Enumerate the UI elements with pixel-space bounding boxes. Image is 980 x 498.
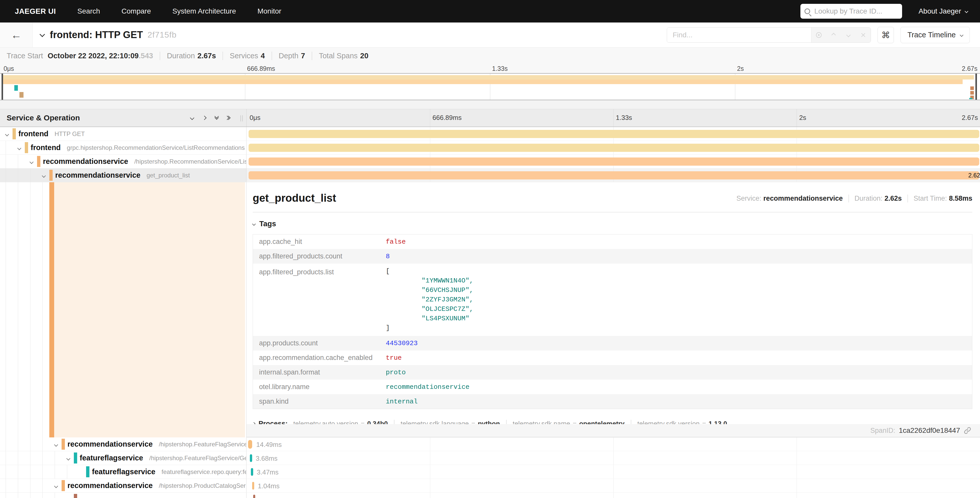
span-id-value: 1ca2262df0e18447 (899, 426, 960, 434)
detail-service: Service:recommendationservice (737, 195, 843, 203)
nav-item-compare[interactable]: Compare (122, 7, 151, 15)
nav-item-system-architecture[interactable]: System Architecture (172, 7, 236, 15)
span-timeline-cell[interactable]: 3.68ms (247, 451, 980, 465)
nav-item-search[interactable]: Search (77, 7, 100, 15)
find-prev-button[interactable] (826, 28, 841, 42)
find-next-button[interactable] (841, 28, 856, 42)
span-bar[interactable] (248, 158, 979, 166)
span-detail-panel: get_product_list Service:recommendations… (247, 182, 980, 437)
expand-all-button[interactable] (228, 117, 230, 120)
tag-row: app.recommendation.cache_enabled true (253, 351, 972, 365)
span-operation: HTTP GET (55, 130, 85, 137)
span-bar[interactable] (253, 495, 255, 498)
close-icon (861, 32, 866, 38)
span-bar[interactable] (252, 482, 254, 490)
timeline-columns-header: Service & Operation 0μs 666.89ms 1.33s 2… (0, 109, 980, 127)
span-row-frontend-http-get[interactable]: frontend HTTP GET (0, 127, 980, 141)
span-timeline-cell[interactable]: 3.47ms (247, 465, 980, 479)
span-timeline-cell[interactable]: 1.04ms (247, 479, 980, 493)
tags-section-toggle[interactable]: Tags (253, 220, 980, 228)
span-collapse-chevron[interactable] (18, 146, 21, 150)
trace-view-selector[interactable]: Trace Timeline (900, 27, 970, 43)
span-row-frontend-listrecommendations[interactable]: frontend grpc.hipstershop.Recommendation… (0, 141, 980, 155)
span-service: recommendationservice (55, 171, 140, 179)
span-timeline-cell[interactable] (247, 127, 980, 141)
trace-id-lookup[interactable] (800, 4, 902, 19)
minimap-left-handle[interactable] (2, 73, 3, 100)
span-row-featureflag-repo-query[interactable]: featureflagservice featureflagservice.re… (0, 465, 980, 479)
span-bar[interactable] (248, 440, 252, 449)
span-timeline-cell[interactable]: 14.49ms (247, 437, 980, 451)
span-row-featureflag-getflag[interactable]: featureflagservice /hipstershop.FeatureF… (0, 451, 980, 465)
tree-controls (191, 109, 230, 126)
minimap-span-bar (970, 86, 974, 90)
span-detail-meta: Service:recommendationservice Duration:2… (737, 195, 972, 203)
trace-header-controls: ⌘ Trace Timeline (667, 27, 970, 43)
selected-span-color-stripe (49, 182, 54, 437)
ruler-gridline (430, 109, 430, 126)
span-collapse-chevron[interactable] (55, 442, 57, 447)
span-row-get-product-list[interactable]: recommendationservice get_product_list 2… (0, 168, 980, 182)
span-bar[interactable] (248, 171, 979, 179)
service-color-bar (74, 494, 77, 498)
back-arrow-icon: ← (11, 29, 22, 41)
span-service: featureflagservice (92, 468, 155, 476)
span-collapse-chevron[interactable] (42, 174, 45, 178)
span-collapse-chevron[interactable] (6, 132, 8, 137)
span-row-recommendation-featureflag[interactable]: recommendationservice /hipstershop.Featu… (0, 437, 980, 451)
find-clear-button[interactable] (856, 28, 871, 42)
top-nav: JAEGER UI Search Compare System Architec… (0, 0, 980, 22)
column-resizer-grip[interactable] (240, 115, 243, 121)
span-row-recommendation-productcatalog[interactable]: recommendationservice /hipstershop.Produ… (0, 479, 980, 493)
minimap-span-bar (19, 92, 24, 97)
about-jaeger-menu[interactable]: About Jaeger (918, 7, 968, 15)
service-color-bar (62, 439, 65, 450)
trace-title: frontend: HTTP GET (50, 29, 143, 40)
nav-item-monitor[interactable]: Monitor (258, 7, 281, 15)
service-operation-header: Service & Operation (0, 109, 247, 126)
back-button[interactable]: ← (0, 22, 33, 47)
span-collapse-chevron[interactable] (67, 456, 70, 461)
locate-icon (816, 32, 822, 38)
ruler-tick: 0μs (250, 114, 260, 122)
keyboard-shortcuts-button[interactable]: ⌘ (878, 27, 894, 43)
trace-id-lookup-input[interactable] (814, 7, 898, 16)
find-input[interactable] (667, 28, 811, 42)
jaeger-trace-page: JAEGER UI Search Compare System Architec… (0, 0, 980, 498)
span-bar[interactable] (251, 468, 253, 476)
span-timeline-cell[interactable] (247, 141, 980, 155)
span-duration-label: 1.04ms (258, 482, 280, 490)
ruler-tick: 1.33s (492, 65, 508, 72)
tag-row: internal.span.format proto (253, 365, 972, 380)
trace-view-label: Trace Timeline (907, 31, 956, 39)
span-bar[interactable] (248, 144, 979, 152)
span-timeline-cell[interactable] (247, 493, 980, 498)
expand-one-button[interactable] (203, 117, 206, 120)
tags-section-title: Tags (259, 220, 276, 228)
locate-button[interactable] (811, 28, 826, 42)
link-icon[interactable] (964, 427, 971, 434)
span-duration-label: 3.47ms (257, 468, 278, 476)
minimap-right-handle[interactable] (975, 73, 977, 100)
trace-id-short: 2f715fb (148, 30, 177, 40)
span-bar[interactable] (248, 130, 979, 138)
collapse-one-button[interactable] (191, 117, 194, 120)
collapse-all-button[interactable] (215, 117, 218, 119)
span-operation: featureflagservice.repo.query:fe… (161, 468, 247, 476)
span-bar[interactable] (250, 454, 252, 462)
span-row-partial[interactable] (0, 493, 980, 498)
app-logo[interactable]: JAEGER UI (15, 7, 56, 16)
chevron-up-icon (831, 33, 836, 37)
collapse-trace-chevron[interactable] (40, 32, 44, 37)
service-color-bar (86, 466, 89, 477)
span-collapse-chevron[interactable] (30, 160, 33, 164)
span-timeline-cell[interactable] (247, 155, 980, 168)
trace-minimap[interactable] (0, 73, 980, 100)
ruler-tick: 1.33s (616, 114, 632, 122)
service-color-bar (74, 452, 77, 463)
span-service: recommendationservice (67, 440, 153, 449)
about-jaeger-label: About Jaeger (918, 7, 961, 15)
span-collapse-chevron[interactable] (55, 484, 57, 488)
span-row-recommendation-listrecommendations[interactable]: recommendationservice /hipstershop.Recom… (0, 155, 980, 168)
span-timeline-cell[interactable]: 2.62s (247, 168, 980, 182)
